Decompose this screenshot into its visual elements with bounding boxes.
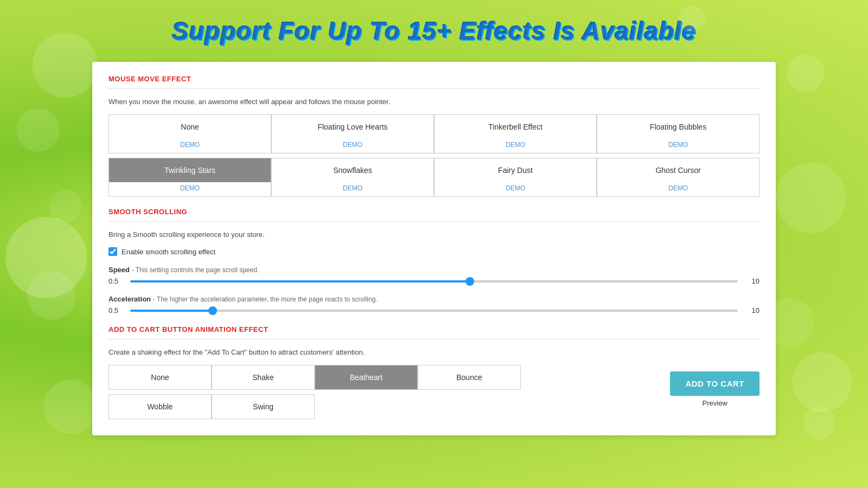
cart-preview-panel: ADD TO CART Preview [670,371,760,407]
effect-btn-floating-love-hearts[interactable]: Floating Love Hearts [272,115,433,139]
page-title: Support For Up To 15+ Effects Is Availab… [0,16,868,46]
cart-cell-wobble: Wobble [108,394,212,419]
cart-cell-none: None [108,365,212,390]
page-header: Support For Up To 15+ Effects Is Availab… [0,0,868,56]
cart-divider [108,339,760,339]
speed-label: Speed - This setting controls the page s… [108,266,760,274]
mouse-section-title: MOUSE MOVE EFFECT [108,75,760,83]
mouse-effects-row2: Twinkling Stars DEMO Snowflakes DEMO Fai… [108,158,760,197]
enable-smooth-checkbox[interactable] [108,247,117,256]
effect-cell-floating-love-hearts: Floating Love Hearts DEMO [271,114,434,153]
effect-btn-fairy-dust[interactable]: Fairy Dust [435,158,596,182]
mouse-divider [108,88,760,89]
cart-btn-shake[interactable]: Shake [212,365,314,389]
accel-label-desc: - The higher the acceleration parameter,… [153,296,378,303]
cart-btn-none[interactable]: None [109,365,211,389]
accel-slider[interactable] [130,310,738,312]
effect-cell-none: None DEMO [108,114,271,153]
enable-smooth-label[interactable]: Enable smooth scrolling effect [122,248,215,256]
effect-btn-floating-bubbles[interactable]: Floating Bubbles [597,115,759,139]
enable-smooth-row: Enable smooth scrolling effect [108,247,760,256]
smooth-section: SMOOTH SCROLLING Bring a Smooth scrollin… [108,208,760,314]
effect-btn-ghost-cursor[interactable]: Ghost Cursor [597,158,759,182]
effect-demo-floating-love-hearts[interactable]: DEMO [343,139,362,153]
speed-min: 0.5 [108,277,124,285]
accel-label: Acceleration - The higher the accelerati… [108,295,760,303]
accel-label-bold: Acceleration [108,295,151,303]
effect-demo-none[interactable]: DEMO [180,139,200,153]
accel-max: 10 [744,306,760,314]
effect-btn-snowflakes[interactable]: Snowflakes [272,158,433,182]
effect-btn-none[interactable]: None [109,115,271,139]
cart-buttons-area: None Shake Beatheart Bounce Wobble [108,365,760,419]
speed-slider[interactable] [130,280,738,282]
mouse-section-desc: When you move the mouse, an awesome effe… [108,98,760,106]
mouse-effects-row1: None DEMO Floating Love Hearts DEMO Tink… [108,114,760,153]
accel-slider-row: 0.5 10 [108,306,760,314]
main-panel: MOUSE MOVE EFFECT When you move the mous… [92,62,776,435]
cart-options: None Shake Beatheart Bounce Wobble [108,365,648,419]
cart-cell-swing: Swing [212,394,315,419]
speed-label-desc: - This setting controls the page scroll … [132,266,259,274]
smooth-divider [108,221,760,222]
effect-demo-tinkerbell[interactable]: DEMO [506,139,525,153]
speed-slider-group: Speed - This setting controls the page s… [108,266,760,285]
speed-label-bold: Speed [108,266,130,274]
effect-demo-twinkling-stars[interactable]: DEMO [180,182,200,196]
smooth-section-desc: Bring a Smooth scrolling experience to y… [108,230,760,239]
effect-cell-ghost-cursor: Ghost Cursor DEMO [597,158,760,197]
cart-cell-shake: Shake [212,365,315,390]
effect-btn-tinkerbell[interactable]: Tinkerbell Effect [435,115,596,139]
speed-slider-row: 0.5 10 [108,277,760,285]
accel-min: 0.5 [108,306,124,314]
effect-cell-tinkerbell: Tinkerbell Effect DEMO [434,114,597,153]
effect-cell-snowflakes: Snowflakes DEMO [271,158,434,197]
cart-section-desc: Create a shaking effect for the "Add To … [108,348,760,356]
cart-cell-beatheart: Beatheart [315,365,418,390]
cart-btn-beatheart[interactable]: Beatheart [315,365,417,389]
effect-demo-snowflakes[interactable]: DEMO [343,182,362,196]
add-to-cart-button[interactable]: ADD TO CART [670,371,760,396]
cart-section: ADD TO CART BUTTON ANIMATION EFFECT Crea… [108,325,760,419]
accel-slider-group: Acceleration - The higher the accelerati… [108,295,760,314]
smooth-section-title: SMOOTH SCROLLING [108,208,760,216]
preview-label: Preview [670,399,760,407]
cart-cell-bounce: Bounce [418,365,521,390]
cart-btn-wobble[interactable]: Wobble [109,395,211,419]
cart-btn-bounce[interactable]: Bounce [418,365,520,389]
cart-effects-row2: Wobble Swing [108,394,648,419]
speed-max: 10 [744,277,760,285]
cart-section-title: ADD TO CART BUTTON ANIMATION EFFECT [108,325,760,333]
cart-btn-swing[interactable]: Swing [212,395,314,419]
cart-effects-row1: None Shake Beatheart Bounce [108,365,648,390]
effect-demo-ghost-cursor[interactable]: DEMO [668,182,688,196]
effect-cell-fairy-dust: Fairy Dust DEMO [434,158,597,197]
effect-demo-floating-bubbles[interactable]: DEMO [668,139,688,153]
effect-cell-floating-bubbles: Floating Bubbles DEMO [597,114,760,153]
effect-demo-fairy-dust[interactable]: DEMO [506,182,525,196]
effect-btn-twinkling-stars[interactable]: Twinkling Stars [109,158,271,182]
effect-cell-twinkling-stars: Twinkling Stars DEMO [108,158,271,197]
